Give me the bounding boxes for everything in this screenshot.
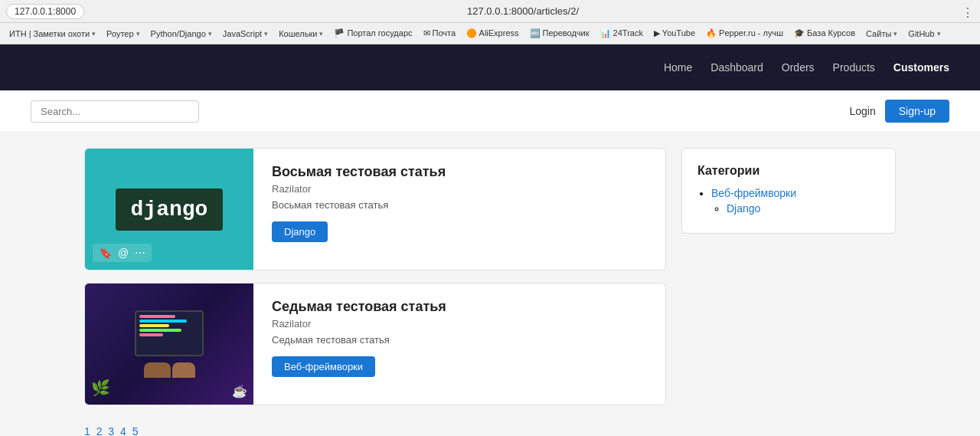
list-item: Веб-фреймворки Django [711,187,880,215]
more-icon[interactable]: ⋯ [135,247,145,259]
bookmark-router[interactable]: Роутер ▾ [103,28,143,40]
bookmark-django[interactable]: Python/Django ▾ [148,28,215,40]
bookmark-js[interactable]: JavaScript ▾ [220,28,271,40]
article-title: Седьмая тестовая статья [272,299,647,315]
category-list: Веб-фреймворки Django [697,187,880,215]
bookmark-sites[interactable]: Сайты ▾ [863,28,900,40]
django-logo: django [116,188,224,231]
page-link-3[interactable]: 3 [105,425,114,436]
bookmark-icon[interactable]: 🔖 [99,247,112,259]
main-content: django 🔖 @ ⋯ Восьмая тестовая статья Raz… [69,148,911,436]
browser-url-badge[interactable]: 127.0.0.1:8000 [6,4,84,19]
article-image-django: django 🔖 @ ⋯ [85,149,253,270]
hands-illustration [144,362,195,378]
site-nav: Home Dashboard Orders Products Customers [664,61,949,74]
article-excerpt: Восьмая тестовая статья [272,199,647,211]
tag-button-django[interactable]: Django [272,221,328,242]
monitor-screen [136,312,202,355]
nav-home[interactable]: Home [664,61,692,74]
list-item: Django [727,202,880,215]
nav-dashboard[interactable]: Dashboard [710,61,763,74]
mug-decoration: ☕ [232,384,247,398]
signup-button[interactable]: Sign-up [885,100,949,123]
sidebar: Категории Веб-фреймворки Django [681,148,896,436]
plant-decoration: 🌿 [91,379,110,397]
page-link-5[interactable]: 5 [129,425,139,436]
image-actions: 🔖 @ ⋯ [93,244,152,262]
code-line [139,329,181,332]
sub-category-list: Django [711,202,880,215]
bookmark-24track[interactable]: 📊 24Track [597,27,646,40]
article-image-coding: 🌿 ☕ [85,284,253,405]
chevron-down-icon: ▾ [208,30,212,38]
coding-illustration [135,310,204,378]
sidebar-categories-title: Категории [697,164,880,178]
articles-list: django 🔖 @ ⋯ Восьмая тестовая статья Raz… [84,148,666,436]
monitor-frame [135,310,204,356]
chevron-down-icon: ▾ [264,30,268,38]
category-link-web[interactable]: Веб-фреймворки [711,187,796,199]
code-line [139,333,163,336]
article-excerpt: Седьмая тестовая статья [272,334,647,346]
bookmark-aliexpress[interactable]: 🟠 AliExpress [463,27,521,40]
article-author: Razilator [272,318,647,329]
code-line [139,315,175,318]
site-header: Home Dashboard Orders Products Customers [0,44,980,90]
article-author: Razilator [272,183,647,195]
page-link-2[interactable]: 2 [93,425,103,436]
bookmark-github[interactable]: GitHub ▾ [905,28,943,40]
bookmarks-bar: ИТН | Заметки охоти ▾ Роутер ▾ Python/Dj… [0,23,980,44]
browser-address[interactable]: 127.0.0.1:8000/articles/2/ [90,5,956,17]
code-line [139,320,187,323]
chevron-down-icon: ▾ [937,30,941,38]
article-card: django 🔖 @ ⋯ Восьмая тестовая статья Raz… [84,148,666,270]
pagination: 1 2 3 4 5 [84,418,666,436]
chevron-down-icon: ▾ [893,30,897,38]
bookmark-wallets[interactable]: Кошельки ▾ [276,28,326,40]
hand-right [172,362,195,378]
search-input[interactable] [31,100,199,123]
tag-button-web[interactable]: Веб-фреймворки [272,356,375,377]
article-card: 🌿 ☕ Седьмая тестовая статья Razilator Се… [84,283,666,405]
chevron-down-icon: ▾ [136,30,140,38]
article-body: Восьмая тестовая статья Razilator Восьма… [253,149,665,270]
category-link-django[interactable]: Django [727,202,760,215]
bookmark-translator[interactable]: 🔤 Переводчик [527,27,593,40]
sidebar-card: Категории Веб-фреймворки Django [681,148,896,234]
bookmark-pepper[interactable]: 🔥 Pepper.ru - лучш [703,27,786,40]
code-line [139,324,169,327]
browser-more-icon[interactable]: ⋮ [962,5,974,18]
chevron-down-icon: ▾ [92,30,96,38]
article-title: Восьмая тестовая статья [272,164,647,180]
bookmark-mail[interactable]: ✉ Почта [420,27,459,40]
bookmark-youtube[interactable]: ▶ YouTube [651,27,698,40]
login-button[interactable]: Login [849,105,875,117]
page-link-4[interactable]: 4 [117,425,126,436]
toolbar-right: Login Sign-up [849,100,949,123]
toolbar: Login Sign-up [0,90,980,133]
page-link-1[interactable]: 1 [84,425,90,436]
bookmark-portal[interactable]: 🏴 Портал государс [331,27,415,40]
nav-customers[interactable]: Customers [893,61,949,74]
article-body: Седьмая тестовая статья Razilator Седьма… [253,284,665,405]
browser-bar: 127.0.0.1:8000 127.0.0.1:8000/articles/2… [0,0,980,23]
mention-icon[interactable]: @ [118,247,129,259]
bookmark-courses[interactable]: 🎓 База Курсов [791,27,858,40]
hand-left [144,362,171,378]
nav-orders[interactable]: Orders [782,61,815,74]
bookmark-itn[interactable]: ИТН | Заметки охоти ▾ [6,28,99,40]
chevron-down-icon: ▾ [319,30,323,38]
nav-products[interactable]: Products [833,61,875,74]
